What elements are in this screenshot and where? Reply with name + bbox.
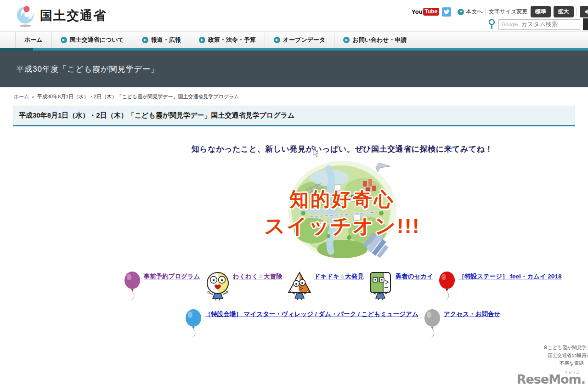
caution-note: ※こども霞が関見学デーに 国土交通省の職員が 不審な電話 <box>543 344 588 367</box>
mouse-cursor <box>313 149 320 158</box>
youtube-link[interactable]: You Tube <box>412 8 439 16</box>
arrow-circle-icon: ▶ <box>61 37 67 43</box>
hero-banner: 知的好奇心 スイッチオン!!! <box>264 157 420 264</box>
nav-item-contact[interactable]: ▶ お問い合わせ・申請 <box>334 32 416 48</box>
twitter-link[interactable] <box>442 7 451 17</box>
divider <box>577 8 577 16</box>
gray-balloon-icon <box>423 309 441 339</box>
nav-item-press[interactable]: ▶ 報道・広報 <box>133 32 190 48</box>
blue-balloon-icon <box>184 309 203 339</box>
resemom-ruby: リセマム <box>565 370 580 375</box>
arrow-circle-icon: ▶ <box>142 37 148 43</box>
search-icon <box>488 19 496 30</box>
purple-balloon-icon <box>123 271 141 301</box>
link-reservation-program[interactable]: 事前予約プログラム <box>144 272 200 281</box>
breadcrumb-current: 平成30年8月1日（水）・2日（木）「こども霞が関見学デー」国土交通省見学プログ… <box>37 94 239 99</box>
accent-stripe <box>0 48 588 51</box>
breadcrumb-separator: ＞ <box>31 94 36 99</box>
resemom-watermark: リセマム ReseMom. <box>517 372 585 386</box>
hero-text-line1: 知的好奇心 <box>264 187 420 212</box>
link-special-venue[interactable]: ［特設会場］ マイスター・ヴィレッジ / ダム・パーク / こどもミュージアム <box>205 310 418 318</box>
chevron-down-icon: ▼ <box>458 9 464 15</box>
link-special-stage-feel-kamuy[interactable]: ［特設ステージ］ feel・カムイ 2018 <box>458 272 562 281</box>
list-item: ドキドキ☆大発見 <box>287 271 364 301</box>
banner-title: 平成30年度「こども霞が関見学デー」 <box>16 64 159 74</box>
nav-item-policy[interactable]: ▶ 政策・法令・予算 <box>190 32 265 48</box>
list-item: ［特設会場］ マイスター・ヴィレッジ / ダム・パーク / こどもミュージアム <box>184 309 418 339</box>
mlit-logo-icon <box>15 4 35 27</box>
list-item: わくわく☆大冒険 <box>205 271 283 301</box>
triangle-character-icon <box>287 271 312 301</box>
site-header: 国土交通省 You Tube ▼ 本文へ 文字サイズ変更 標準 拡大 音声 <box>0 0 588 31</box>
nav-item-opendata[interactable]: ▶ オープンデータ <box>265 32 335 48</box>
site-logo[interactable]: 国土交通省 <box>15 4 107 27</box>
nav-item-about[interactable]: ▶ 国土交通省について <box>52 32 133 48</box>
list-item: 勇者のセカイ <box>368 271 433 301</box>
font-size-label: 文字サイズ変更 <box>489 8 528 16</box>
program-links-row2: ［特設会場］ マイスター・ヴィレッジ / ダム・パーク / こどもミュージアム … <box>96 309 588 339</box>
round-face-character-icon <box>205 271 231 301</box>
red-balloon-icon <box>438 271 456 301</box>
program-links-row1: 事前予約プログラム わくわく☆大冒険 <box>96 271 588 301</box>
link-heroes-world[interactable]: 勇者のセカイ <box>395 272 433 281</box>
arrow-circle-icon: ▶ <box>199 37 205 43</box>
hero-text-line2: スイッチオン!!! <box>264 212 420 240</box>
search-bar: Google カスタム検索 <box>488 18 588 30</box>
list-item: アクセス・お問合せ <box>423 309 500 339</box>
page-banner: 平成30年度「こども霞が関見学デー」 <box>0 51 588 87</box>
square-character-icon <box>368 271 393 301</box>
header-utility-bar: You Tube ▼ 本文へ 文字サイズ変更 標準 拡大 音声 <box>412 6 588 17</box>
font-size-standard-button[interactable]: 標準 <box>531 6 551 17</box>
speaker-icon <box>584 9 588 14</box>
list-item: 事前予約プログラム <box>123 271 200 301</box>
nav-item-home[interactable]: ホーム <box>15 32 52 48</box>
divider <box>486 8 486 16</box>
link-dokidoki-discovery[interactable]: ドキドキ☆大発見 <box>314 272 364 281</box>
audio-readout-button[interactable]: 音声 <box>580 6 588 17</box>
breadcrumb: ホーム ＞ 平成30年8月1日（水）・2日（木）「こども霞が関見学デー」国土交通… <box>14 93 588 100</box>
site-title: 国土交通省 <box>40 7 107 24</box>
font-size-enlarge-button[interactable]: 拡大 <box>554 6 574 17</box>
search-button[interactable] <box>583 18 588 30</box>
main-content: 知らなかったこと、新しい発見がいっぱい。ぜひ国土交通省に探検に来てみてね！ <box>96 144 588 339</box>
link-access-contact[interactable]: アクセス・お問合せ <box>444 310 500 318</box>
twitter-bird-icon <box>443 9 450 15</box>
skip-to-content-link[interactable]: ▼ 本文へ <box>458 8 482 16</box>
breadcrumb-home-link[interactable]: ホーム <box>14 94 29 99</box>
tagline: 知らなかったこと、新しい発見がいっぱい。ぜひ国土交通省に探検に来てみてね！ <box>96 144 588 154</box>
arrow-circle-icon: ▶ <box>343 37 350 43</box>
global-nav: ホーム ▶ 国土交通省について ▶ 報道・広報 ▶ 政策・法令・予算 ▶ オープ… <box>0 31 588 48</box>
link-wakuwaku-adventure[interactable]: わくわく☆大冒険 <box>233 272 283 281</box>
list-item: ［特設ステージ］ feel・カムイ 2018 <box>438 271 562 301</box>
page-title: 平成30年8月1日（水）・2日（木）「こども霞が関見学デー」国土交通省見学プログ… <box>13 106 575 126</box>
search-input[interactable]: Google カスタム検索 <box>498 19 580 30</box>
arrow-circle-icon: ▶ <box>274 37 280 43</box>
